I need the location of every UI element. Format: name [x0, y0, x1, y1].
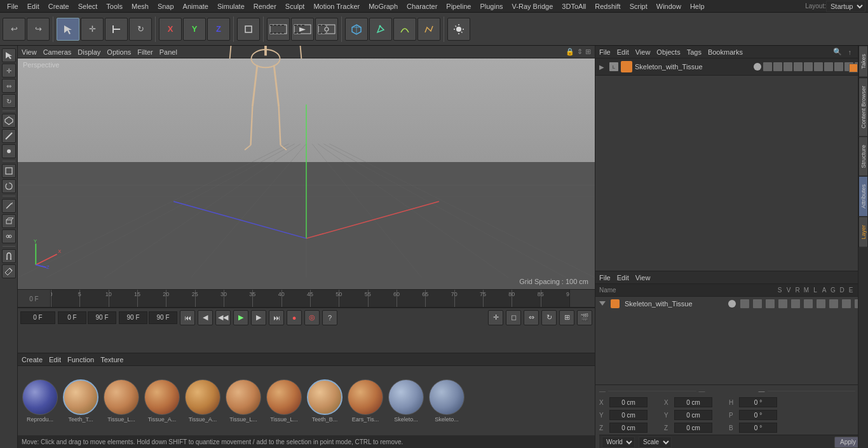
tab-structure[interactable]: Structure: [858, 137, 868, 177]
obj-sm1[interactable]: [763, 62, 772, 71]
play-button[interactable]: ▶: [233, 310, 248, 325]
vp-icon-lock[interactable]: 🔒: [566, 48, 574, 56]
om-view[interactable]: View: [635, 48, 651, 56]
lt-knife[interactable]: [2, 199, 16, 213]
material-item-1[interactable]: Teeth_T...: [62, 379, 99, 423]
menu-create[interactable]: Create: [44, 0, 74, 13]
obj-top-item[interactable]: ▶ L Skeleton_with_Tissue: [595, 58, 868, 76]
render-settings-button[interactable]: [315, 18, 338, 41]
menu-mesh[interactable]: Mesh: [127, 0, 153, 13]
menu-help[interactable]: Help: [686, 0, 709, 13]
start-frame-input[interactable]: [20, 311, 55, 324]
om-bookmarks[interactable]: Bookmarks: [708, 48, 743, 56]
material-item-4[interactable]: Tissue_A...: [184, 379, 221, 423]
move-button[interactable]: ✛: [81, 18, 104, 41]
attr-row-skeleton[interactable]: Skeleton_with_Tissue: [595, 297, 868, 311]
attr-view[interactable]: View: [635, 274, 651, 282]
menu-script[interactable]: Script: [625, 0, 652, 13]
menu-snap[interactable]: Snap: [153, 0, 179, 13]
obj-sm7[interactable]: [824, 62, 833, 71]
axis-x-button[interactable]: X: [159, 18, 182, 41]
attr-col8[interactable]: [829, 299, 838, 308]
vp-icon-layout[interactable]: ⊞: [585, 48, 591, 56]
select-button[interactable]: [57, 18, 79, 41]
material-item-3[interactable]: Tissue_A...: [144, 379, 180, 423]
attr-col7[interactable]: [817, 299, 825, 308]
attr-col2[interactable]: [753, 299, 762, 308]
attr-vis1[interactable]: [728, 300, 736, 308]
om-objects[interactable]: Objects: [656, 48, 680, 56]
attr-col9[interactable]: [842, 299, 851, 308]
mat-function[interactable]: Function: [67, 356, 94, 363]
object-mode-button[interactable]: [237, 18, 260, 41]
render-animation-button[interactable]: [291, 18, 314, 41]
prev-frame-button[interactable]: ◀: [198, 310, 213, 325]
record-auto-button[interactable]: ◎: [304, 310, 320, 325]
select-tc-button[interactable]: ◻: [506, 310, 521, 325]
help-button[interactable]: ?: [322, 310, 337, 325]
om-search-icon[interactable]: 🔍: [833, 48, 842, 56]
material-item-7[interactable]: Teeth_B...: [306, 379, 343, 423]
material-item-8[interactable]: Ears_Tis...: [347, 379, 384, 423]
lt-edge[interactable]: [2, 129, 16, 143]
material-item-9[interactable]: Skeleto...: [388, 379, 424, 423]
mat-texture[interactable]: Texture: [100, 356, 123, 363]
menu-edit[interactable]: Edit: [23, 0, 44, 13]
scale-select[interactable]: Scale: [639, 437, 672, 448]
menu-animate[interactable]: Animate: [179, 0, 213, 13]
pen-button[interactable]: [369, 18, 392, 41]
attr-edit[interactable]: Edit: [617, 274, 629, 282]
viewport[interactable]: View Cameras Display Options Filter Pane…: [18, 46, 595, 289]
end-frame-input[interactable]: [119, 311, 147, 324]
material-item-5[interactable]: Tissue_L...: [225, 379, 262, 423]
lt-select[interactable]: [2, 48, 16, 62]
lt-scale[interactable]: ⇔: [2, 79, 16, 93]
coord-z-input[interactable]: [609, 423, 648, 433]
coord-hz-input[interactable]: [674, 423, 712, 433]
timeline-ruler[interactable]: 0 F 051015202530354045505560657075808590: [18, 290, 595, 308]
material-item-0[interactable]: Reprodu...: [22, 379, 58, 423]
lt-polygon[interactable]: [2, 114, 16, 128]
vp-display[interactable]: Display: [78, 48, 100, 56]
coord-hx-input[interactable]: [674, 397, 712, 407]
menu-motion-tracker[interactable]: Motion Tracker: [309, 0, 364, 13]
menu-render[interactable]: Render: [249, 0, 281, 13]
coord-sy-input[interactable]: [739, 410, 777, 420]
vp-filter[interactable]: Filter: [137, 48, 153, 56]
coord-y-input[interactable]: [609, 410, 648, 420]
lt-box[interactable]: [2, 164, 16, 178]
attr-col4[interactable]: [778, 299, 787, 308]
material-item-6[interactable]: Tissue_L...: [266, 379, 302, 423]
obj-sm5[interactable]: [804, 62, 813, 71]
fps-input[interactable]: [88, 311, 116, 324]
attr-col3[interactable]: [766, 299, 775, 308]
current-frame-input[interactable]: [58, 311, 86, 324]
lt-move[interactable]: ✛: [2, 64, 16, 78]
mat-edit[interactable]: Edit: [49, 356, 61, 363]
redo-button[interactable]: ↪: [27, 18, 50, 41]
vp-panel[interactable]: Panel: [159, 48, 177, 56]
loop-button[interactable]: ↻: [541, 310, 557, 325]
end2-input[interactable]: [149, 311, 177, 324]
ruler-track[interactable]: 051015202530354045505560657075808590: [51, 290, 569, 308]
lt-paint[interactable]: [2, 264, 16, 278]
play-reverse-button[interactable]: ◀◀: [215, 310, 231, 325]
vp-icon-arrows[interactable]: ⇕: [577, 48, 583, 56]
vp-cameras[interactable]: Cameras: [43, 48, 72, 56]
obj-sm4[interactable]: [794, 62, 803, 71]
attr-col5[interactable]: [791, 299, 800, 308]
menu-character[interactable]: Character: [402, 0, 442, 13]
viewport-canvas[interactable]: X Y Z Perspective Grid Spacing : 100 cm: [18, 58, 595, 289]
lt-point[interactable]: [2, 144, 16, 158]
vp-options[interactable]: Options: [107, 48, 131, 56]
menu-redshift[interactable]: Redshift: [590, 0, 625, 13]
menu-simulate[interactable]: Simulate: [213, 0, 249, 13]
tab-layer[interactable]: Layer: [858, 217, 868, 248]
menu-mograph[interactable]: MoGraph: [364, 0, 402, 13]
render-viewport-button[interactable]: [267, 18, 290, 41]
om-file[interactable]: File: [599, 48, 611, 56]
om-tags[interactable]: Tags: [687, 48, 702, 56]
go-to-start-button[interactable]: ⏮: [180, 310, 195, 325]
move-tc-button[interactable]: ✛: [488, 310, 503, 325]
menu-select[interactable]: Select: [74, 0, 102, 13]
